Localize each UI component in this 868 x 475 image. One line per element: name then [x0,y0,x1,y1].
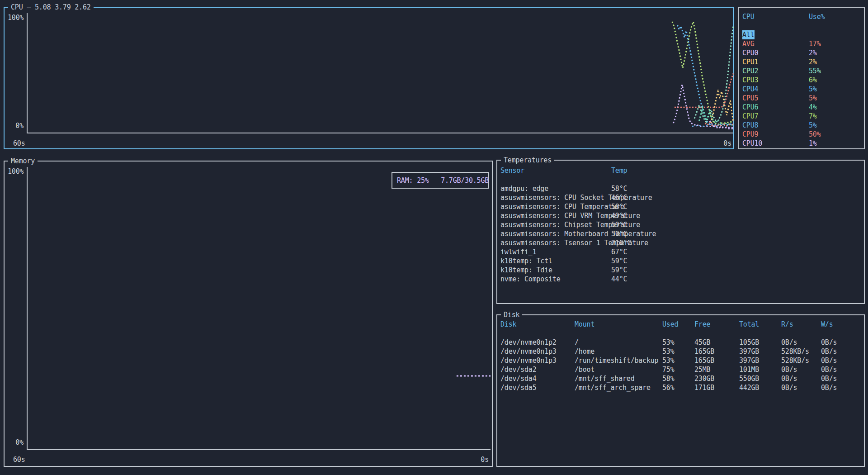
cpu-name: CPU7 [742,112,758,121]
disk-cell: 171GB [694,383,714,392]
disk-cell: /dev/sda5 [500,383,536,392]
cpu-name: CPU4 [742,85,758,94]
cpu-legend-row-cpu8[interactable]: CPU85% [739,121,864,130]
cpu-legend-col-use: Use% [809,12,825,21]
disk-cell: 0B/s [781,365,797,374]
temperature-row[interactable]: asuswmisensors: Chipset Temperature59°C [497,220,864,229]
temps-col-sensor: Sensor [500,166,524,175]
cpu-use-percent: 5% [809,121,817,130]
disk-cell: 165GB [694,356,714,365]
disk-cell: 0B/s [821,365,837,374]
sensor-name: k10temp: Tdie [500,266,552,275]
sensor-temp: 49°C [611,211,627,220]
sensor-name: k10temp: Tctl [500,256,552,266]
disk-row[interactable]: /dev/sda5/mnt/sff_arch_spare56%171GB442G… [497,383,864,392]
disk-cell: /dev/nvme0n1p3 [500,347,557,356]
cpu-panel-title: CPU ─ 5.08 3.79 2.62 [8,3,94,12]
cpu-legend-row-cpu7[interactable]: CPU77% [739,112,864,121]
disk-row[interactable]: /dev/nvme0n1p3/home53%165GB397GB528KB/s0… [497,347,864,356]
cpu-name: CPU3 [742,76,758,85]
memory-panel-title: Memory [8,157,38,166]
cpu-legend-row-all[interactable]: All [739,30,864,39]
cpu-use-percent: 2% [809,48,817,57]
disk-cell: 442GB [739,383,759,392]
disk-cell: /mnt/sff_arch_spare [575,383,651,392]
disk-row[interactable]: /dev/sda4/mnt/sff_shared58%230GB550GB0B/… [497,374,864,383]
cpu-name: CPU8 [742,121,758,130]
disk-col-disk: Disk [500,320,516,329]
cpu-y-min-label: 0% [5,121,24,130]
cpu-name: CPU5 [742,94,758,103]
disk-cell: 0B/s [781,383,797,392]
sensor-temp: 216°C [611,238,631,247]
cpu-legend-widget[interactable]: CPU Use% AllAVG17%CPU02%CPU12%CPU255%CPU… [738,7,865,149]
disk-cell: /boot [575,365,594,374]
cpu-legend-row-cpu9[interactable]: CPU950% [739,130,864,139]
disk-cell: /dev/nvme0n1p3 [500,356,557,365]
sensor-name: iwlwifi_1 [500,247,536,256]
sensor-temp: 58°C [611,184,627,193]
disk-cell: 397GB [739,356,759,365]
cpu-legend-row-avg[interactable]: AVG17% [739,39,864,48]
disk-row[interactable]: /dev/nvme0n1p3/run/timeshift/backup53%16… [497,356,864,365]
cpu-name: CPU6 [742,103,758,112]
disk-cell: 397GB [739,347,759,356]
sensor-temp: 59°C [611,266,627,275]
cpu-use-percent: 2% [809,57,817,66]
disk-cell: 0B/s [821,338,837,347]
cpu-legend-row-cpu2[interactable]: CPU255% [739,66,864,76]
disk-cell: /run/timeshift/backup [575,356,658,365]
temperature-row[interactable]: k10temp: Tctl59°C [497,256,864,266]
disk-cell: 56% [662,383,675,392]
graph-series-cpu4 [678,25,734,125]
temperature-row[interactable]: nvme: Composite44°C [497,275,864,284]
disk-cell: 528KB/s [781,356,809,365]
disk-cell: 45GB [694,338,710,347]
disk-col-rs: R/s [781,320,793,329]
temperature-row[interactable]: iwlwifi_167°C [497,247,864,256]
temperature-row[interactable]: asuswmisensors: Motherboard Temperature5… [497,229,864,238]
cpu-use-percent: 7% [809,112,817,121]
cpu-name: CPU9 [742,130,758,139]
disk-cell: 230GB [694,374,714,383]
disk-cell: 165GB [694,347,714,356]
disk-col-used: Used [662,320,678,329]
disk-cell: 0B/s [781,374,797,383]
cpu-use-percent: 17% [809,39,821,48]
sensor-name: amdgpu: edge [500,184,548,193]
cpu-name: AVG [742,39,755,48]
graph-series-cpu7 [672,22,733,124]
sensor-temp: 59°C [611,220,627,229]
disk-row[interactable]: /dev/nvme0n1p2/53%45GB105GB0B/s0B/s [497,338,864,347]
temperature-row[interactable]: k10temp: Tdie59°C [497,266,864,275]
temperature-row[interactable]: asuswmisensors: Tsensor 1 Temperature216… [497,238,864,247]
cpu-legend-row-cpu1[interactable]: CPU12% [739,57,864,66]
disk-row[interactable]: /dev/sda2/boot75%25MB101MB0B/s0B/s [497,365,864,374]
disk-cell: 53% [662,356,675,365]
sensor-temp: 46°C [611,193,627,202]
temperature-row[interactable]: asuswmisensors: CPU Temperature58°C [497,202,864,211]
disk-col-mount: Mount [575,320,594,329]
cpu-legend-row-cpu3[interactable]: CPU36% [739,76,864,85]
disk-col-free: Free [694,320,710,329]
cpu-legend-row-cpu10[interactable]: CPU101% [739,139,864,148]
disk-cell: 25MB [694,365,710,374]
cpu-legend-row-cpu5[interactable]: CPU55% [739,94,864,103]
disk-cell: /home [575,347,594,356]
disk-col-total: Total [739,320,759,329]
disk-cell: 550GB [739,374,759,383]
cpu-legend-row-cpu0[interactable]: CPU02% [739,48,864,57]
sensor-temp: 59°C [611,256,627,266]
memory-widget[interactable]: Memory 100% 0% 60s 0s RAM: 25% 7.7GB/30.… [4,161,493,467]
temperature-row[interactable]: asuswmisensors: CPU Socket Temperature46… [497,193,864,202]
cpu-widget[interactable]: CPU ─ 5.08 3.79 2.62 100% 0% 60s 0s [4,7,734,149]
disk-cell: 53% [662,338,675,347]
temperatures-widget[interactable]: Temperatures Sensor Temp amdgpu: edge58°… [496,160,865,304]
memory-y-min-label: 0% [5,438,24,447]
cpu-legend-row-cpu4[interactable]: CPU45% [739,85,864,94]
cpu-x-left-label: 60s [13,139,25,148]
cpu-legend-row-cpu6[interactable]: CPU64% [739,103,864,112]
temperature-row[interactable]: amdgpu: edge58°C [497,184,864,193]
temperature-row[interactable]: asuswmisensors: CPU VRM Temperature49°C [497,211,864,220]
disk-widget[interactable]: Disk DiskMountUsedFreeTotalR/sW/s /dev/n… [496,314,865,467]
